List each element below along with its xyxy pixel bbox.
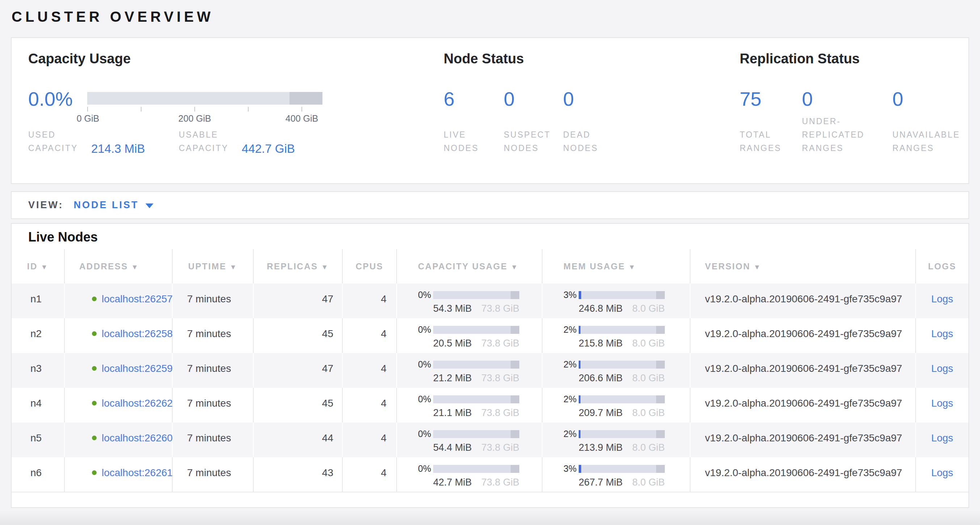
used-capacity-value: 214.3 MiB (91, 142, 145, 156)
capacity-total-value: 73.8 GiB (481, 442, 519, 453)
sort-arrow-icon: ▼ (321, 263, 329, 271)
view-dropdown[interactable]: NODE LIST (74, 199, 153, 211)
node-logs-link[interactable]: Logs (931, 363, 953, 374)
sort-arrow-icon: ▼ (230, 263, 237, 271)
cell-capacity-usage: 0% 42.7 MiB 73.8 GiB (397, 457, 542, 492)
cell-cpus: 4 (342, 284, 397, 318)
mem-reserved-segment (656, 465, 665, 473)
node-address-link[interactable]: localhost:26259 (102, 363, 173, 374)
under-replicated-ranges-count: 0 (802, 89, 813, 109)
axis-tick (87, 107, 88, 112)
cell-node-address: localhost:26259 (64, 353, 172, 388)
live-nodes-table: ID▼ ADDRESS▼ UPTIME▼ REPLICAS▼ CPUS CAPA… (11, 249, 969, 492)
mem-percent-label: 3% (563, 290, 579, 300)
mem-total-value: 8.0 GiB (632, 303, 665, 314)
capacity-used-value: 21.1 MiB (433, 407, 472, 418)
mem-percent-label: 2% (563, 394, 579, 404)
node-live-dot (92, 401, 97, 405)
cell-node-id: n6 (11, 457, 64, 492)
capacity-total-value: 73.8 GiB (481, 338, 519, 349)
capacity-percent-label: 0% (418, 290, 433, 300)
cell-cpus: 4 (342, 457, 397, 492)
capacity-usage-mini-bar (433, 326, 519, 334)
capacity-total-value: 73.8 GiB (481, 373, 519, 384)
node-logs-link[interactable]: Logs (931, 293, 953, 305)
capacity-bar-reserved-segment (290, 92, 323, 105)
column-header-replicas[interactable]: REPLICAS▼ (253, 249, 342, 284)
mem-reserved-segment (656, 326, 665, 334)
mem-used-segment (579, 396, 581, 403)
node-logs-link[interactable]: Logs (931, 397, 953, 409)
cell-version: v19.2.0-alpha.20190606-2491-gfe735c9a97 (690, 388, 916, 423)
capacity-percent-label: 0% (418, 394, 433, 404)
node-address-link[interactable]: localhost:26260 (102, 432, 173, 444)
axis-tick (141, 107, 142, 112)
node-address-link[interactable]: localhost:26257 (102, 293, 173, 305)
cell-node-address: localhost:26257 (64, 284, 172, 318)
cell-mem-usage: 2% 209.7 MiB 8.0 GiB (542, 388, 690, 423)
view-dropdown-value: NODE LIST (74, 199, 139, 211)
view-selector-bar: VIEW: NODE LIST (11, 191, 969, 219)
page-title: CLUSTER OVERVIEW (11, 9, 969, 25)
mem-used-value: 209.7 MiB (579, 407, 623, 418)
column-header-mem-usage[interactable]: MEM USAGE▼ (542, 249, 690, 284)
mem-total-value: 8.0 GiB (632, 407, 665, 418)
suspect-nodes-count: 0 (504, 89, 515, 109)
node-logs-link[interactable]: Logs (931, 467, 953, 478)
unavailable-ranges-count: 0 (892, 89, 903, 109)
node-logs-link[interactable]: Logs (931, 432, 953, 444)
node-address-link[interactable]: localhost:26258 (102, 328, 173, 339)
column-header-capacity-usage[interactable]: CAPACITY USAGE▼ (397, 249, 542, 284)
node-address-link[interactable]: localhost:26261 (102, 467, 173, 478)
cell-mem-usage: 2% 213.9 MiB 8.0 GiB (542, 423, 690, 457)
cell-capacity-usage: 0% 21.2 MiB 73.8 GiB (397, 353, 542, 388)
cell-capacity-usage: 0% 54.4 MiB 73.8 GiB (397, 423, 542, 457)
capacity-reserved-segment (511, 465, 519, 473)
mem-usage-mini-bar (579, 430, 665, 438)
column-header-address[interactable]: ADDRESS▼ (64, 249, 172, 284)
cell-cpus: 4 (342, 318, 397, 353)
column-header-uptime[interactable]: UPTIME▼ (172, 249, 253, 284)
cell-version: v19.2.0-alpha.20190606-2491-gfe735c9a97 (690, 353, 916, 388)
capacity-percent-label: 0% (418, 463, 433, 474)
mem-used-value: 246.8 MiB (579, 303, 623, 314)
cell-mem-usage: 2% 206.6 MiB 8.0 GiB (542, 353, 690, 388)
cell-node-address: localhost:26262 (64, 388, 172, 423)
capacity-usage-bar (87, 92, 323, 105)
sort-arrow-icon: ▼ (628, 263, 636, 271)
axis-tick (248, 107, 249, 112)
mem-reserved-segment (656, 430, 665, 438)
view-label: VIEW: (28, 199, 64, 211)
mem-percent-label: 2% (563, 359, 579, 370)
axis-tick-label: 200 GiB (178, 113, 211, 124)
sort-arrow-icon: ▼ (511, 263, 518, 271)
cell-replicas: 43 (253, 457, 342, 492)
capacity-usage-mini-bar (433, 396, 519, 403)
cluster-overview-page: CLUSTER OVERVIEW Capacity Usage 0.0% 0 G… (0, 0, 980, 508)
table-header-row: ID▼ ADDRESS▼ UPTIME▼ REPLICAS▼ CPUS CAPA… (11, 249, 969, 284)
total-ranges-count: 75 (740, 89, 761, 109)
used-capacity-label: USED CAPACITY (28, 128, 79, 155)
node-live-dot (92, 366, 97, 371)
axis-tick-label: 400 GiB (286, 113, 318, 124)
cell-capacity-usage: 0% 54.3 MiB 73.8 GiB (397, 284, 542, 318)
cell-mem-usage: 3% 267.7 MiB 8.0 GiB (542, 457, 690, 492)
node-address-link[interactable]: localhost:26262 (102, 397, 173, 409)
cell-mem-usage: 2% 215.8 MiB 8.0 GiB (542, 318, 690, 353)
cell-capacity-usage: 0% 21.1 MiB 73.8 GiB (397, 388, 542, 423)
capacity-reserved-segment (511, 361, 519, 369)
mem-used-value: 206.6 MiB (579, 373, 623, 384)
axis-tick (194, 107, 195, 112)
node-logs-link[interactable]: Logs (931, 328, 953, 339)
cell-logs: Logs (916, 457, 969, 492)
column-header-id[interactable]: ID▼ (11, 249, 64, 284)
column-header-version[interactable]: VERSION▼ (690, 249, 916, 284)
under-replicated-ranges-label: UNDER- REPLICATED RANGES (802, 115, 865, 155)
mem-total-value: 8.0 GiB (632, 477, 665, 488)
capacity-usage-mini-bar (433, 465, 519, 473)
cell-node-id: n3 (11, 353, 64, 388)
cell-uptime: 7 minutes (172, 284, 253, 318)
mem-used-value: 267.7 MiB (579, 477, 623, 488)
capacity-used-value: 20.5 MiB (433, 338, 472, 349)
cell-replicas: 47 (253, 284, 342, 318)
